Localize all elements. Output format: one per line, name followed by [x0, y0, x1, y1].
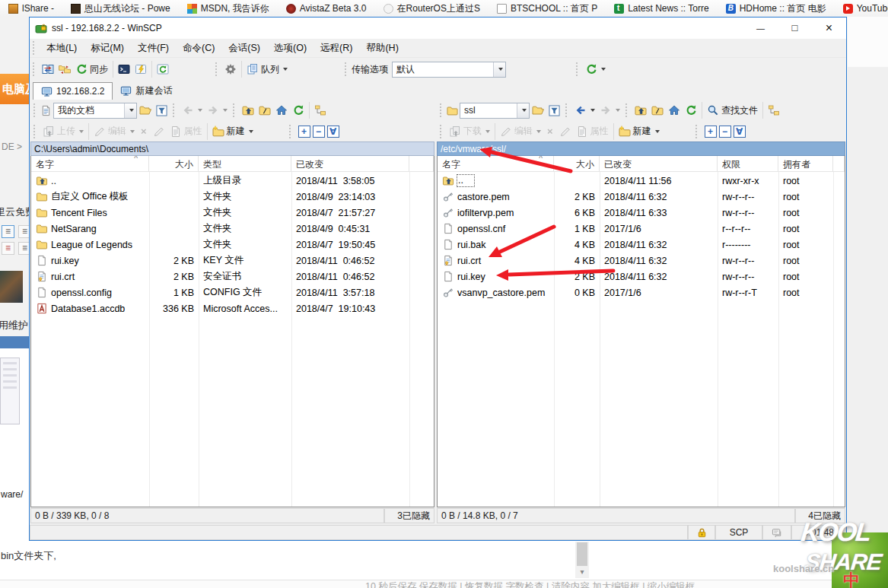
browser-tab[interactable]: HDHome :: 首页 电影 [718, 0, 835, 17]
unselect-files-button[interactable]: − [719, 126, 731, 138]
queue-button[interactable]: 队列 [244, 60, 290, 78]
editor-scroll-down-icon[interactable]: ▾ [575, 567, 589, 578]
synchronize-button[interactable]: 同步 [73, 60, 110, 78]
new-button[interactable]: 新建 [210, 122, 256, 141]
file-row[interactable]: ..2018/4/11 11:56rwxr-xr-xroot [438, 172, 845, 188]
remote-path-bar[interactable]: /etc/vmware/ssl/ [437, 141, 845, 156]
local-hidden-count[interactable]: 3已隐藏 [384, 508, 434, 523]
select-same-ext-button[interactable]: ∀ [327, 126, 339, 138]
parent-directory-button[interactable] [632, 101, 649, 119]
maximize-button[interactable] [778, 17, 812, 39]
directory-tree-button[interactable] [765, 101, 782, 119]
open-console-button[interactable] [116, 60, 132, 78]
menu-item[interactable]: 本地(L) [40, 42, 84, 55]
home-directory-button[interactable] [273, 101, 290, 119]
column-header-name[interactable]: 名字^ [438, 156, 554, 171]
file-row[interactable]: iofiltervp.pem6 KB2018/4/11 6:33rw-r--r-… [438, 204, 845, 220]
properties-button[interactable]: 属性 [574, 122, 611, 141]
find-files-button[interactable]: 查找文件 [705, 101, 760, 119]
encryption-cell[interactable] [688, 525, 715, 540]
remote-hidden-count[interactable]: 4已隐藏 [795, 508, 845, 523]
browser-tab[interactable]: 在RouterOS上通过S [375, 0, 489, 17]
back-button[interactable] [572, 101, 597, 119]
open-directory-button[interactable] [137, 101, 154, 119]
menu-item[interactable]: 远程(R) [314, 42, 359, 55]
menu-item[interactable]: 标记(M) [84, 42, 131, 55]
file-row[interactable]: Tencent Files文件夹2018/4/7 21:57:27 [31, 204, 434, 220]
home-directory-button[interactable] [666, 101, 683, 119]
file-row[interactable]: rui.key2 KB2018/4/11 6:32rw-r--r--root [438, 268, 845, 284]
preferences-button[interactable] [222, 60, 239, 78]
minimize-button[interactable] [743, 17, 778, 39]
refresh-button[interactable] [683, 101, 699, 119]
editor-scrollbar-thumb[interactable] [577, 542, 587, 566]
edit-alt-button[interactable] [151, 122, 167, 141]
open-directory-button[interactable] [530, 101, 546, 119]
remote-dir-combobox[interactable]: ssl [460, 103, 530, 119]
file-row[interactable]: castore.pem2 KB2018/4/11 6:32rw-r--r--ro… [438, 188, 845, 204]
browser-tab[interactable]: lShare - [0, 0, 62, 17]
menu-item[interactable]: 选项(O) [267, 42, 314, 55]
edit-alt-button[interactable] [557, 122, 574, 141]
file-row[interactable]: openssl.cnf1 KB2017/1/6r--r--r--root [438, 220, 845, 236]
file-row[interactable]: rui.crt2 KB安全证书2018/4/11 0:46:52 [31, 268, 434, 284]
menu-item[interactable]: 会话(S) [221, 42, 267, 55]
toolbar-grip3[interactable] [345, 62, 349, 76]
file-row[interactable]: openssl.config1 KBCONFIG 文件2018/4/11 3:5… [31, 284, 434, 300]
column-header-owner[interactable]: 拥有者 [778, 156, 833, 171]
forward-button[interactable] [597, 101, 622, 119]
column-header-changed[interactable]: 已改变 [600, 156, 718, 171]
browser-tab[interactable]: 恩山无线论坛 - Powe [62, 0, 179, 17]
edit-button[interactable]: 编辑 [91, 122, 137, 141]
root-directory-button[interactable] [649, 101, 666, 119]
file-row[interactable]: 自定义 Office 模板文件夹2018/4/9 23:14:03 [31, 188, 434, 204]
browser-tab[interactable]: YouTube [835, 0, 888, 17]
browser-tab[interactable]: MSDN, 我告诉你 [179, 0, 278, 17]
select-files-button[interactable]: + [298, 126, 310, 138]
upload-button[interactable]: 上传 [40, 122, 86, 141]
server-cell[interactable] [762, 525, 791, 540]
session-tab-new[interactable]: 新建会话 [113, 82, 180, 100]
browser-tab[interactable]: AvistaZ Beta 3.0 [278, 0, 375, 17]
browser-tab[interactable]: Latest News :: Torre [606, 0, 718, 17]
file-row[interactable]: League of Legends文件夹2018/4/7 19:50:45 [31, 236, 434, 252]
swap-panels-button[interactable] [40, 60, 56, 78]
download-button[interactable]: 下载 [447, 122, 492, 141]
forward-button[interactable] [205, 101, 230, 119]
toolbar-grip[interactable] [33, 62, 37, 76]
post-editor-area[interactable] [0, 540, 888, 580]
editor-toolbar-text[interactable]: 10 秒后保存 保存数据 | 恢复数据 字数检查 | 清除内容 加大编辑框 | … [365, 580, 695, 588]
title-bar[interactable]: ssl - 192.168.2.2 - WinSCP [30, 17, 846, 39]
file-row[interactable]: rui.bak4 KB2018/4/11 6:32r--------root [438, 236, 845, 252]
refresh-button[interactable] [290, 101, 307, 119]
directory-tree-button[interactable] [312, 101, 329, 119]
toolbar-grip2[interactable] [215, 62, 220, 76]
file-row[interactable]: rui.crt4 KB2018/4/11 6:32rw-r--r--root [438, 252, 845, 268]
properties-button[interactable]: 属性 [167, 122, 205, 141]
select-files-button[interactable]: + [705, 126, 717, 138]
file-row[interactable]: vsanvp_castore.pem0 KB2017/1/6rw-r--r-Tr… [438, 284, 845, 300]
file-row[interactable]: NetSarang文件夹2018/4/9 0:45:31 [31, 220, 434, 236]
parent-directory-button[interactable] [240, 101, 256, 119]
column-header-name[interactable]: 名字^ [31, 156, 149, 171]
menu-item[interactable]: 文件(F) [131, 42, 176, 55]
select-same-ext-button[interactable]: ∀ [734, 126, 746, 138]
menu-grip[interactable] [33, 41, 37, 55]
edit-button[interactable]: 编辑 [498, 122, 543, 141]
sync-browsing-button[interactable] [56, 60, 73, 78]
delete-button[interactable]: × [137, 122, 151, 141]
protocol-cell[interactable]: SCP [715, 525, 762, 540]
transfer-settings-combobox[interactable]: 默认 [392, 62, 506, 78]
file-row[interactable]: Database1.accdb336 KBMicrosoft Acces...2… [31, 300, 434, 316]
file-row[interactable]: ..上级目录2018/4/11 3:58:05 [31, 172, 434, 188]
align-left-icon[interactable]: ≡ [2, 225, 14, 238]
editor-toolbar[interactable]: 10 秒后保存 保存数据 | 恢复数据 字数检查 | 清除内容 加大编辑框 | … [0, 580, 888, 588]
column-header-size[interactable]: 大小 [149, 156, 199, 171]
column-header-type[interactable]: 类型 [199, 156, 291, 171]
refresh-session-button[interactable] [154, 60, 171, 78]
menu-item[interactable]: 帮助(H) [359, 42, 405, 55]
browser-tab[interactable]: BTSCHOOL :: 首页 P [489, 0, 606, 17]
filter-button[interactable] [154, 101, 170, 119]
toolbar-grip4[interactable] [576, 62, 581, 76]
chevron-down-icon[interactable] [493, 62, 505, 77]
